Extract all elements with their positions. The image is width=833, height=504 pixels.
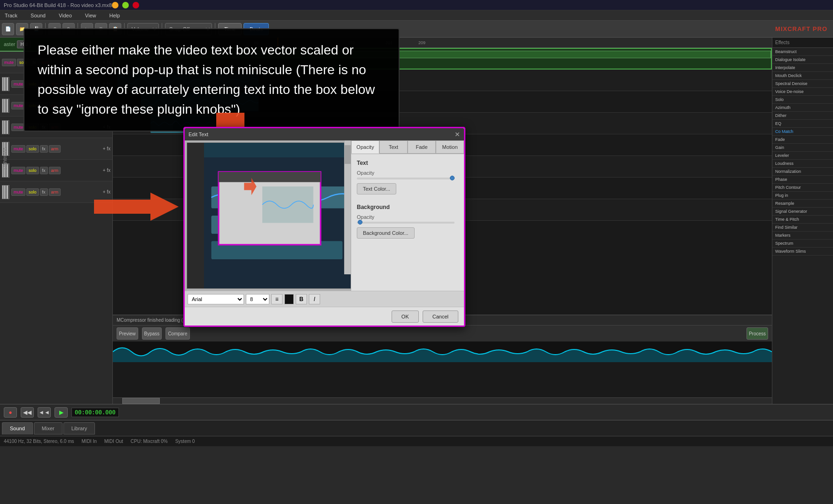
process-btn[interactable]: Process — [747, 327, 768, 340]
arm-btn[interactable]: arm — [49, 167, 61, 174]
preview-btn[interactable]: Preview — [117, 327, 138, 340]
svg-marker-1 — [94, 193, 179, 221]
dialog-tab-content: Text Opacity Text Color... Background Op… — [351, 154, 464, 291]
horizontal-scrollbar[interactable] — [113, 397, 772, 404]
window-controls[interactable] — [112, 2, 139, 8]
main-waveform-area — [113, 341, 772, 362]
fx-item-find-similar[interactable]: Find Similar — [772, 224, 833, 232]
minimize-btn[interactable] — [112, 2, 118, 8]
fx-item-time-pitch[interactable]: Time & Pitch — [772, 216, 833, 224]
fx-item-leveler[interactable]: Leveler — [772, 152, 833, 160]
font-select[interactable]: Arial — [188, 294, 244, 304]
record-btn[interactable]: ● — [4, 407, 17, 418]
new-btn[interactable]: 📄 — [2, 23, 14, 35]
scrollbar-thumb[interactable] — [122, 398, 160, 404]
dialog-close-btn[interactable]: ✕ — [455, 131, 460, 138]
play-btn[interactable]: ▶ — [55, 407, 68, 418]
fx-item-comatch[interactable]: Co Match — [772, 128, 833, 136]
tab-fade[interactable]: Fade — [408, 140, 436, 154]
title-bar: Pro Studio 64-Bit Build 418 - Roo video … — [0, 0, 833, 10]
mute-btn[interactable]: mute — [11, 145, 25, 153]
fx-btn[interactable]: fx — [40, 188, 48, 196]
fx-item-interpolate[interactable]: Interpolate — [772, 64, 833, 72]
opacity-slider[interactable] — [357, 178, 455, 179]
fx-item-plugin[interactable]: Plug in — [772, 192, 833, 200]
tab-motion[interactable]: Motion — [436, 140, 464, 154]
audio-status: 44100 Hz, 32 Bits, Stereo, 6.0 ms — [4, 439, 74, 444]
ruler-marker: 209 — [418, 40, 425, 45]
fx-item-spectral[interactable]: Spectral Denoise — [772, 80, 833, 88]
fx-item-normalization[interactable]: Normalization — [772, 168, 833, 176]
title-text: Pro Studio 64-Bit Build 418 - Roo video … — [4, 2, 112, 8]
menu-track[interactable]: Track — [2, 12, 20, 19]
bold-btn[interactable]: B — [296, 294, 307, 304]
fx-item-loudness[interactable]: Loudness — [772, 160, 833, 168]
dialog-body: Opacity Text Fade Motion Text Opacity Te… — [185, 140, 464, 291]
bg-color-btn[interactable]: Background Color... — [357, 227, 415, 239]
close-btn[interactable] — [133, 2, 139, 8]
fx-item-gain[interactable]: Gain — [772, 144, 833, 152]
dialog-scrollbar[interactable] — [344, 140, 351, 274]
menu-help[interactable]: Help — [107, 12, 123, 19]
compare-btn[interactable]: Compare — [165, 327, 189, 340]
scrollbar-thumb[interactable] — [345, 145, 351, 164]
tab-opacity[interactable]: Opacity — [351, 140, 379, 154]
system-status: System 0 — [175, 439, 195, 444]
fx-item-azimuth[interactable]: Azimuth — [772, 104, 833, 112]
bypass-btn[interactable]: Bypass — [142, 327, 162, 340]
piano-icon — [2, 120, 9, 134]
fx-item-mouth[interactable]: Mouth Declick — [772, 72, 833, 80]
bg-opacity-slider[interactable] — [357, 222, 455, 224]
fx-item-spectrum[interactable]: Spectrum — [772, 240, 833, 248]
tab-text[interactable]: Text — [379, 140, 408, 154]
track-control: mute solo fx arm + fx — [2, 142, 110, 156]
fx-item-fade[interactable]: Fade — [772, 136, 833, 144]
fx-panel-header: Effects — [772, 38, 833, 48]
fx-item-voice[interactable]: Voice De-noise — [772, 88, 833, 96]
fx-item-signal[interactable]: Signal Generator — [772, 208, 833, 216]
fx-item-phase[interactable]: Phase — [772, 176, 833, 184]
fx-item-markers[interactable]: Markers — [772, 232, 833, 240]
size-select[interactable]: 8 — [246, 294, 269, 304]
fx-item-eq[interactable]: EQ — [772, 120, 833, 128]
fx-btn[interactable]: fx — [40, 145, 48, 153]
rewind-btn[interactable]: ◄◄ — [38, 407, 51, 418]
opacity-thumb[interactable] — [450, 176, 455, 180]
fx-item-dither[interactable]: Dither — [772, 112, 833, 120]
fx-item-waveform-slims[interactable]: Waveform Slims — [772, 248, 833, 256]
fx-item-resample[interactable]: Resample — [772, 200, 833, 208]
solo-btn[interactable]: solo — [26, 188, 39, 196]
fx-item-solo[interactable]: Solo — [772, 96, 833, 104]
mute-btn[interactable]: mute — [2, 59, 16, 66]
fx-item-beamstruct[interactable]: Beamstruct — [772, 48, 833, 56]
menu-view[interactable]: View — [82, 12, 99, 19]
bg-opacity-slider-row — [357, 222, 458, 224]
mute-btn[interactable]: mute — [11, 188, 25, 196]
cancel-btn[interactable]: Cancel — [423, 310, 458, 323]
align-btn[interactable]: ≡ — [271, 294, 283, 304]
arm-btn[interactable]: arm — [49, 188, 61, 196]
fx-item-pitch-contour[interactable]: Pitch Contour — [772, 184, 833, 192]
solo-btn[interactable]: solo — [26, 145, 39, 153]
cpu-status: CPU: Mixcraft 0% — [131, 439, 168, 444]
fx-btn[interactable]: fx — [40, 167, 48, 174]
italic-btn[interactable]: I — [309, 294, 320, 304]
ok-btn[interactable]: OK — [392, 310, 419, 323]
arm-btn[interactable]: arm — [49, 145, 61, 153]
tab-mixer[interactable]: Mixer — [34, 422, 63, 434]
bg-opacity-thumb[interactable] — [358, 220, 362, 225]
tab-sound[interactable]: Sound — [2, 422, 33, 434]
menu-video[interactable]: Video — [56, 12, 75, 19]
menu-sound[interactable]: Sound — [28, 12, 48, 19]
tab-library[interactable]: Library — [63, 422, 95, 434]
mute-btn[interactable]: mute — [11, 167, 25, 174]
add-fx[interactable]: + fx — [103, 146, 110, 151]
maximize-btn[interactable] — [122, 2, 129, 8]
solo-btn[interactable]: solo — [26, 167, 39, 174]
back-btn[interactable]: ◀◀ — [21, 407, 34, 418]
color-swatch-btn[interactable] — [284, 294, 294, 304]
fx-item-dialogue[interactable]: Dialogue Isolate — [772, 56, 833, 64]
add-fx[interactable]: + fx — [103, 168, 110, 173]
text-color-btn[interactable]: Text Color... — [357, 183, 396, 194]
dialog-footer: OK Cancel — [185, 307, 464, 326]
